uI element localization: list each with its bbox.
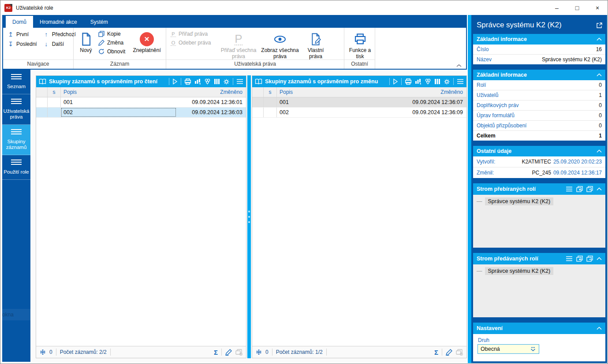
ribbon-collapse-chevron-icon[interactable] xyxy=(456,64,462,67)
copy-record-icon-disabled[interactable] xyxy=(235,349,242,356)
first-button[interactable]: ↥ První xyxy=(6,30,41,39)
tree-item-label[interactable]: Správce systému K2 (K2) xyxy=(485,197,554,205)
own-rights-button[interactable]: Vlastní práva xyxy=(301,30,330,59)
edit-pencil-icon[interactable] xyxy=(446,349,452,356)
column-s[interactable]: s xyxy=(264,87,277,97)
druh-dropdown[interactable]: Obecná xyxy=(477,344,539,354)
tree-node-dash-icon[interactable]: — xyxy=(477,198,482,204)
arrow-to-top-icon: ↥ xyxy=(7,31,14,38)
book-icon xyxy=(39,78,46,85)
field-label: Doplňkových práv xyxy=(477,102,518,108)
last-button[interactable]: ↧ Poslední xyxy=(6,39,41,49)
copy-record-icon-disabled[interactable] xyxy=(456,349,463,356)
collapse-all-icon[interactable] xyxy=(586,256,593,262)
minimize-button[interactable]: – xyxy=(547,0,567,15)
collapse-chevron-icon[interactable] xyxy=(597,327,602,330)
tab-hromadne-akce[interactable]: Hromadné akce xyxy=(33,16,84,28)
collapse-all-icon[interactable] xyxy=(586,186,593,192)
collapse-chevron-icon[interactable] xyxy=(597,37,602,41)
show-all-rights-button[interactable]: Zobraz všechna práva xyxy=(260,30,300,59)
druh-dropdown-value: Obecná xyxy=(481,346,530,352)
grid-read-status-bar: 0 Počet záznamů: 2/2 Σ xyxy=(36,346,246,358)
settings-gear-icon[interactable] xyxy=(223,78,230,85)
run-filter-icon[interactable] xyxy=(393,78,398,85)
cell-popis[interactable]: 002 xyxy=(277,108,397,117)
tab-domu[interactable]: Domů xyxy=(6,16,33,28)
related-records-icon[interactable] xyxy=(425,78,431,85)
grid-menu-icon[interactable] xyxy=(236,79,243,84)
tree-node-dash-icon[interactable]: — xyxy=(477,268,482,274)
snowflake-icon[interactable] xyxy=(40,349,46,355)
previous-label: Předchozí xyxy=(52,31,76,37)
remove-rights-button[interactable]: O Odeber práva xyxy=(169,38,217,47)
close-button[interactable]: × xyxy=(587,0,608,15)
tree-item-label[interactable]: Správce systému K2 (K2) xyxy=(485,267,554,275)
snowflake-icon[interactable] xyxy=(256,349,262,355)
tree-menu-icon[interactable] xyxy=(566,256,573,261)
sidebar-item-seznam[interactable]: Seznam xyxy=(2,70,30,94)
cell-zmeneno[interactable]: 09.09.2024 12:36:03 xyxy=(176,108,246,117)
section-basic-info-1: Základní informace Číslo 16 Název Správc… xyxy=(473,34,605,64)
cell-popis[interactable]: 001 xyxy=(277,97,397,107)
print-icon[interactable] xyxy=(184,78,191,85)
new-button[interactable]: Nový xyxy=(76,30,96,53)
grid-read-column-header[interactable]: s Popis Změněno xyxy=(36,87,246,97)
tree-menu-icon[interactable] xyxy=(566,186,573,192)
copy-button[interactable]: Kopie xyxy=(97,30,129,38)
functions-print-button[interactable]: Funkce a tisk xyxy=(347,30,373,59)
expand-all-icon[interactable] xyxy=(576,256,583,262)
cell-popis[interactable]: 001 xyxy=(61,97,176,107)
grid-splitter[interactable] xyxy=(247,75,251,358)
sum-icon[interactable]: Σ xyxy=(434,349,438,356)
tree-item[interactable]: — Správce systému K2 (K2) xyxy=(477,267,605,275)
field-label: Název xyxy=(477,56,492,63)
sidebar-item-pouziti-role[interactable]: Použití role xyxy=(2,155,30,180)
collapse-chevron-icon[interactable] xyxy=(597,73,602,77)
cell-zmeneno[interactable]: 09.09.2024 12:36:09 xyxy=(397,108,466,117)
settings-gear-icon[interactable] xyxy=(444,78,450,85)
run-filter-icon[interactable] xyxy=(172,78,178,85)
table-row-selected[interactable]: 002 09.09.2024 12:36:03 xyxy=(36,108,246,118)
related-records-icon[interactable] xyxy=(204,78,211,85)
collapse-chevron-icon[interactable] xyxy=(597,149,602,153)
column-zmeneno[interactable]: Změněno xyxy=(176,87,246,97)
column-s[interactable]: s xyxy=(48,87,61,97)
assign-rights-button[interactable]: P Přiřaď práva xyxy=(169,30,217,38)
invalidate-button[interactable]: ✕ Zneplatnění xyxy=(130,30,164,53)
grid-change-column-header[interactable]: s Popis Změněno xyxy=(252,87,466,97)
refresh-button[interactable]: Obnovit xyxy=(97,47,129,56)
table-row[interactable]: 001 09.09.2024 12:36:01 xyxy=(36,97,246,108)
edit-pencil-icon[interactable] xyxy=(225,349,232,356)
grid-menu-icon[interactable] xyxy=(457,79,464,84)
table-row[interactable]: 002 09.09.2024 12:36:09 xyxy=(252,108,466,118)
chart-icon[interactable] xyxy=(194,78,201,85)
print-icon[interactable] xyxy=(405,78,412,85)
cell-popis[interactable]: 002 xyxy=(61,108,176,117)
open-in-window-icon[interactable] xyxy=(596,22,603,29)
table-row[interactable]: 001 09.09.2024 12:36:07 xyxy=(252,97,466,108)
column-popis[interactable]: Popis xyxy=(277,87,397,97)
change-button[interactable]: Změna xyxy=(97,38,129,47)
cell-zmeneno[interactable]: 09.09.2024 12:36:07 xyxy=(397,97,466,107)
cell-zmeneno[interactable]: 09.09.2024 12:36:01 xyxy=(176,97,246,107)
column-zmeneno[interactable]: Změněno xyxy=(397,87,466,97)
collapse-chevron-icon[interactable] xyxy=(597,187,602,191)
columns-icon[interactable] xyxy=(214,78,220,85)
sum-icon[interactable]: Σ xyxy=(214,349,218,356)
section-basic-info-2-header: Základní informace xyxy=(473,70,605,80)
assign-all-rights-button[interactable]: P Přiřaď všechna práva xyxy=(218,30,259,59)
tree-item[interactable]: — Správce systému K2 (K2) xyxy=(477,197,605,205)
column-popis[interactable]: Popis xyxy=(61,87,176,97)
sidebar-item-uzivatelska-prava[interactable]: Uživatelská práva xyxy=(2,94,30,125)
created-by-date: 25.09.2020 20:02:23 xyxy=(553,159,602,165)
collapse-chevron-icon[interactable] xyxy=(597,257,602,260)
first-label: První xyxy=(16,31,29,37)
expand-all-icon[interactable] xyxy=(576,186,583,192)
columns-icon[interactable] xyxy=(434,78,440,85)
chart-icon[interactable] xyxy=(415,78,421,85)
functions-print-label: Funkce a tisk xyxy=(347,47,373,59)
maximize-button[interactable]: □ xyxy=(567,0,587,15)
panel-splitter[interactable] xyxy=(468,15,471,363)
sidebar-item-skupiny-zaznamu[interactable]: Skupiny záznamů xyxy=(2,125,30,155)
tab-system[interactable]: Systém xyxy=(84,16,115,28)
